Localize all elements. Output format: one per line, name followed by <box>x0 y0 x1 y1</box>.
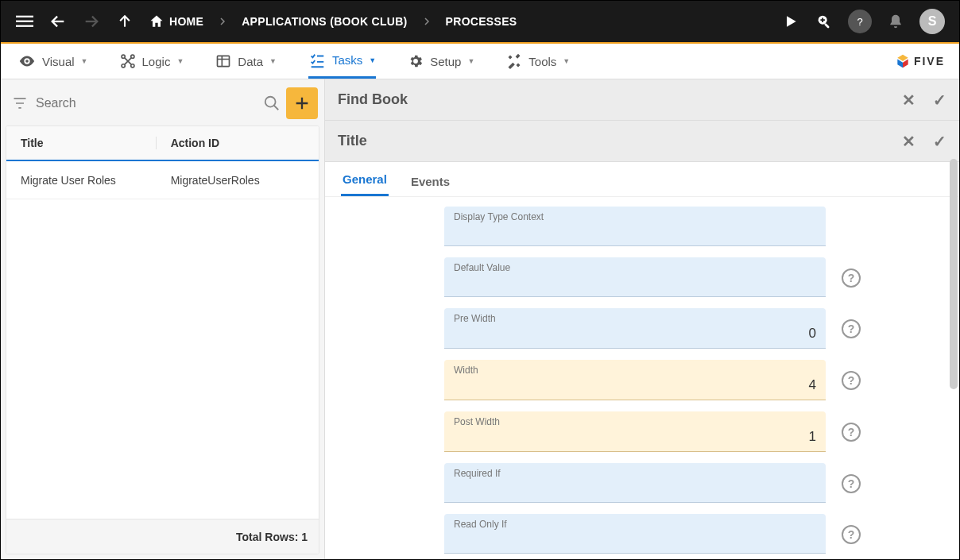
form-area[interactable]: Display Type ContextDefault Value?Pre Wi… <box>325 197 959 559</box>
scrollbar[interactable] <box>950 159 958 389</box>
field-label: Required If <box>454 468 816 479</box>
field-value <box>454 273 816 289</box>
nav-label: Tasks <box>332 53 362 67</box>
nav-tools[interactable]: Tools▼ <box>506 44 570 79</box>
svg-point-14 <box>265 97 276 107</box>
close-icon[interactable]: ✕ <box>902 132 915 151</box>
svg-rect-2 <box>16 25 33 27</box>
field-label: Read Only If <box>454 519 816 530</box>
field-value <box>454 479 816 495</box>
right-panel: Find Book ✕ ✓ Title ✕ ✓ General Events D… <box>325 79 959 559</box>
chevron-right-icon <box>218 17 227 26</box>
search-box <box>36 96 257 110</box>
main: Title Action ID Migrate User Roles Migra… <box>1 79 959 559</box>
topbar-right: ? S <box>781 9 945 34</box>
help-icon[interactable]: ? <box>848 10 872 33</box>
panel-title-2: Title <box>338 133 367 149</box>
svg-point-9 <box>130 64 134 68</box>
play-icon[interactable] <box>781 12 800 31</box>
back-icon[interactable] <box>48 12 68 31</box>
search-row <box>6 84 319 126</box>
tabs: General Events <box>325 162 959 197</box>
field-value: 1 <box>454 427 816 445</box>
tab-events[interactable]: Events <box>409 167 451 196</box>
brand-logo: FIVE <box>895 53 945 69</box>
field-width[interactable]: Width4? <box>444 360 826 400</box>
field-value <box>454 530 816 546</box>
col-title[interactable]: Title <box>6 137 157 149</box>
help-icon[interactable]: ? <box>842 319 861 338</box>
panel-title-1: Find Book <box>338 91 408 108</box>
field-label: Width <box>454 365 816 376</box>
nav-data[interactable]: Data▼ <box>215 44 277 79</box>
cell-actionid: MigrateUserRoles <box>157 174 274 187</box>
chevron-right-icon <box>422 17 432 26</box>
svg-marker-11 <box>897 55 908 61</box>
help-icon[interactable]: ? <box>842 474 861 493</box>
col-actionid[interactable]: Action ID <box>157 137 319 149</box>
list-box: Title Action ID Migrate User Roles Migra… <box>6 126 319 554</box>
table-row[interactable]: Migrate User Roles MigrateUserRoles <box>6 161 319 199</box>
nav-logic[interactable]: Logic▼ <box>120 44 184 79</box>
up-icon[interactable] <box>115 12 134 31</box>
left-panel: Title Action ID Migrate User Roles Migra… <box>1 79 325 559</box>
tab-general[interactable]: General <box>341 164 389 196</box>
add-button[interactable] <box>286 87 318 119</box>
panel-header-1: Find Book ✕ ✓ <box>325 79 959 121</box>
nav-visual[interactable]: Visual▼ <box>18 44 88 79</box>
field-value: 0 <box>454 324 816 342</box>
nav-label: Data <box>238 55 263 68</box>
field-pre-width[interactable]: Pre Width0? <box>444 308 826 349</box>
panel-header-2: Title ✕ ✓ <box>325 121 959 162</box>
search-input[interactable] <box>36 96 257 110</box>
help-icon[interactable]: ? <box>842 423 861 442</box>
check-icon[interactable]: ✓ <box>933 91 946 110</box>
svg-rect-0 <box>16 16 33 17</box>
nav-label: Tools <box>528 55 556 68</box>
svg-point-6 <box>122 55 125 58</box>
nav-label: Logic <box>142 55 171 68</box>
filter-icon[interactable] <box>7 95 33 111</box>
nav-label: Visual <box>42 55 75 68</box>
help-icon[interactable]: ? <box>842 371 861 390</box>
menu-icon[interactable] <box>15 12 34 31</box>
svg-rect-1 <box>16 21 33 22</box>
nav-tasks[interactable]: Tasks▼ <box>308 44 376 79</box>
svg-point-7 <box>130 55 134 58</box>
table-footer: Total Rows: 1 <box>6 519 319 554</box>
total-rows: Total Rows: 1 <box>236 531 308 543</box>
breadcrumb-processes[interactable]: PROCESSES <box>446 15 517 28</box>
nav-setup[interactable]: Setup▼ <box>408 44 474 79</box>
table-body: Migrate User Roles MigrateUserRoles <box>6 161 319 519</box>
bell-icon[interactable] <box>886 12 905 31</box>
inspect-icon[interactable] <box>815 12 834 31</box>
forward-icon <box>82 12 101 31</box>
home-label: HOME <box>169 15 203 28</box>
cell-title: Migrate User Roles <box>6 174 157 187</box>
field-label: Post Width <box>454 416 816 427</box>
check-icon[interactable]: ✓ <box>933 132 946 151</box>
field-label: Display Type Context <box>454 211 816 222</box>
field-default-value[interactable]: Default Value? <box>444 257 826 297</box>
topbar-left: HOME APPLICATIONS (BOOK CLUB) PROCESSES <box>15 12 781 31</box>
svg-rect-4 <box>824 23 830 29</box>
help-icon[interactable]: ? <box>842 525 861 544</box>
breadcrumb-applications[interactable]: APPLICATIONS (BOOK CLUB) <box>242 15 407 28</box>
brand-text: FIVE <box>914 55 945 68</box>
avatar[interactable]: S <box>919 9 945 34</box>
nav-label: Setup <box>430 55 461 68</box>
field-required-if[interactable]: Required If? <box>444 463 826 503</box>
search-icon[interactable] <box>261 95 283 112</box>
svg-point-5 <box>25 60 29 63</box>
field-label: Default Value <box>454 262 816 273</box>
field-value: 4 <box>454 376 816 393</box>
help-icon[interactable]: ? <box>842 268 861 288</box>
breadcrumb-home[interactable]: HOME <box>149 14 203 29</box>
svg-point-8 <box>122 64 125 68</box>
field-post-width[interactable]: Post Width1? <box>444 411 826 452</box>
field-display-type-context[interactable]: Display Type Context <box>444 207 826 246</box>
field-label: Pre Width <box>454 313 816 324</box>
close-icon[interactable]: ✕ <box>902 91 915 110</box>
field-read-only-if[interactable]: Read Only If? <box>444 514 826 554</box>
field-value <box>454 222 816 238</box>
